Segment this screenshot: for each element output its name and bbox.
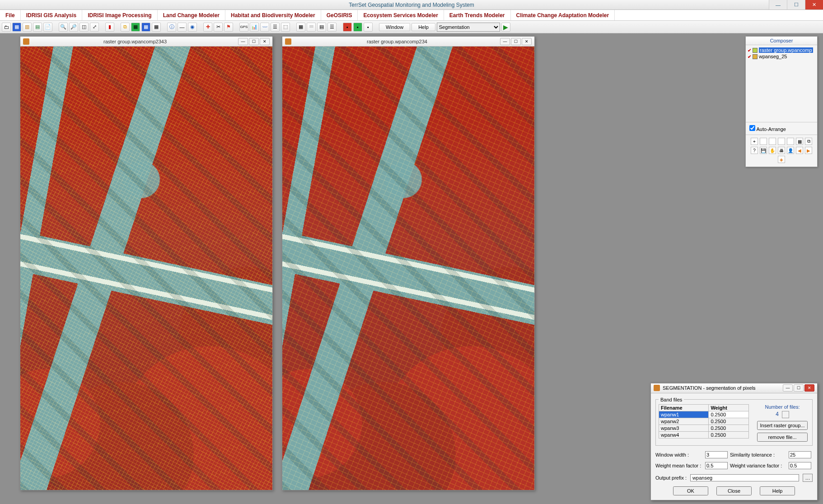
number-of-files-label: Number of files: — [755, 404, 809, 410]
output-prefix-input[interactable] — [690, 474, 799, 481]
tool-open-icon[interactable]: 📄 — [43, 23, 52, 32]
tool-hist-icon[interactable]: ⬚ — [281, 23, 290, 32]
number-of-files-stepper[interactable] — [782, 411, 789, 418]
composer-add-layer-icon[interactable]: + — [751, 138, 758, 145]
toolbar-run-button[interactable]: ▶ — [501, 23, 510, 32]
raster-window-2-close[interactable]: ✕ — [522, 38, 532, 45]
raster-window-2-titlebar[interactable]: raster group.wpancomp234 — ☐ ✕ — [282, 37, 534, 47]
composer-tool-save-icon[interactable]: 💾 — [760, 147, 767, 154]
tool-gps-icon[interactable]: GPS — [239, 23, 248, 32]
composer-tool-cyan-icon[interactable] — [760, 138, 767, 145]
auto-arrange-checkbox[interactable] — [749, 125, 755, 131]
tool-table-b-icon[interactable]: 𝄘 — [307, 23, 316, 32]
insert-raster-group-button[interactable]: Insert raster group... — [757, 421, 808, 430]
tool-chart-icon[interactable]: 📊 — [250, 23, 259, 32]
tool-palette-a-icon[interactable]: ▪ — [343, 23, 352, 32]
tool-explorer-icon[interactable]: 🗀 — [2, 23, 11, 32]
tool-legend-icon[interactable]: ☰ — [327, 23, 337, 32]
composer-layer-item[interactable]: ✔ raster group.wpancomp — [748, 47, 815, 53]
tool-layers-icon[interactable]: ▤ — [33, 23, 42, 32]
tool-palette-c-icon[interactable]: ▪ — [364, 23, 373, 32]
close-button[interactable]: Close — [716, 486, 752, 495]
raster-window-1-titlebar[interactable]: raster group.wpancomp2343 — ☐ ✕ — [20, 37, 272, 47]
remove-file-button[interactable]: remove file... — [757, 433, 808, 442]
menu-climate[interactable]: Climate Change Adaptation Modeler — [511, 10, 615, 20]
tool-pan-first-icon[interactable]: ⧉ — [121, 23, 130, 32]
tool-info-icon[interactable]: ⓘ — [167, 23, 176, 32]
tool-table-a-icon[interactable]: ▦ — [296, 23, 305, 32]
segmentation-dialog-titlebar[interactable]: SEGMENTATION - segmentation of pixels — … — [651, 383, 817, 393]
band-files-table[interactable]: Filename Weight wpanw1 0.2500 wpanw2 0.2… — [659, 404, 749, 439]
help-button[interactable]: Help — [760, 486, 795, 495]
composer-tool-center-icon[interactable]: ◈ — [778, 156, 785, 163]
tool-full-extent-icon[interactable]: ⤢ — [90, 23, 99, 32]
tool-pointer-icon[interactable]: ▮ — [105, 23, 114, 32]
menu-earth-trends[interactable]: Earth Trends Modeler — [444, 10, 511, 20]
ok-button[interactable]: OK — [673, 486, 708, 495]
menu-file[interactable]: File — [0, 10, 21, 20]
tool-collection-icon[interactable]: ▥ — [23, 23, 32, 32]
composer-tool-grid-icon[interactable]: ▦ — [796, 138, 803, 145]
segmentation-dialog-close[interactable]: ✕ — [804, 384, 814, 392]
toolbar-window-menu[interactable]: Window — [379, 23, 410, 31]
table-row[interactable]: wpanw4 0.2500 — [659, 431, 749, 438]
tool-grid-b-icon[interactable]: ▦ — [141, 23, 150, 32]
raster-window-2-minimize[interactable]: — — [500, 38, 510, 45]
composer-tool-print-icon[interactable]: 🖶 — [778, 147, 785, 154]
tool-grid-c-icon[interactable]: ▦ — [152, 23, 161, 32]
segmentation-dialog-minimize[interactable]: — — [783, 384, 793, 392]
tool-zoom-in-icon[interactable]: 🔍 — [59, 23, 68, 32]
tool-plus-icon[interactable]: ✚ — [203, 23, 212, 32]
tool-zoom-out-icon[interactable]: 🔎 — [69, 23, 78, 32]
table-row[interactable]: wpanw2 0.2500 — [659, 418, 749, 425]
menu-land-change[interactable]: Land Change Modeler — [158, 10, 225, 20]
raster-window-1-minimize[interactable]: — — [238, 38, 248, 45]
tool-zoom-window-icon[interactable]: ◫ — [79, 23, 89, 32]
composer-tool-left-icon[interactable]: ◀ — [796, 147, 803, 154]
window-width-input[interactable] — [705, 451, 728, 458]
table-row[interactable]: wpanw3 0.2500 — [659, 425, 749, 431]
composer-tool-lime-icon[interactable] — [778, 138, 785, 145]
tool-palette-b-icon[interactable]: ▪ — [353, 23, 362, 32]
similarity-tolerance-label: Similarity tolerance : — [730, 452, 789, 457]
composer-tool-hand-icon[interactable]: ✋ — [769, 147, 776, 154]
raster-window-2-viewport[interactable] — [282, 47, 534, 490]
raster-window-1-close[interactable]: ✕ — [260, 38, 270, 45]
composer-tool-person-icon[interactable]: 👤 — [787, 147, 794, 154]
tool-display-icon[interactable]: ▦ — [12, 23, 21, 32]
tool-cut-icon[interactable]: ✂ — [214, 23, 223, 32]
tool-stack-icon[interactable]: ☰ — [271, 23, 280, 32]
composer-tool-copy-icon[interactable]: ⧉ — [805, 138, 812, 145]
toolbar-module-select[interactable]: Segmentation — [437, 23, 500, 32]
output-prefix-browse-button[interactable]: … — [803, 474, 813, 482]
tool-grid-a-icon[interactable]: ▦ — [131, 23, 140, 32]
tool-target-icon[interactable]: ◉ — [188, 23, 197, 32]
window-maximize-button[interactable]: ☐ — [787, 0, 805, 9]
composer-tool-red-icon[interactable] — [769, 138, 776, 145]
composer-tool-blue-icon[interactable] — [787, 138, 794, 145]
table-row[interactable]: wpanw1 0.2500 — [659, 411, 749, 418]
raster-window-1-viewport[interactable] — [20, 47, 272, 490]
menu-idrisi-image[interactable]: IDRISI Image Processing — [82, 10, 157, 20]
composer-tool-right-icon[interactable]: ▶ — [805, 147, 812, 154]
segmentation-dialog-maximize[interactable]: ☐ — [794, 384, 804, 392]
auto-arrange-checkbox-label[interactable]: Auto-Arrange — [749, 126, 786, 132]
menu-idrisi-gis[interactable]: IDRISI GIS Analysis — [21, 10, 83, 20]
tool-table-c-icon[interactable]: ▤ — [317, 23, 326, 32]
window-minimize-button[interactable]: — — [769, 0, 787, 9]
raster-window-2-maximize[interactable]: ☐ — [511, 38, 521, 45]
tool-dash-icon[interactable]: — — [178, 23, 187, 32]
menu-ecosystem[interactable]: Ecosystem Services Modeler — [358, 10, 444, 20]
tool-flag-icon[interactable]: ⚑ — [224, 23, 233, 32]
toolbar-help-menu[interactable]: Help — [412, 23, 435, 31]
weight-mean-input[interactable] — [705, 462, 728, 469]
tool-wave-icon[interactable]: 〰 — [260, 23, 269, 32]
similarity-tolerance-input[interactable] — [789, 451, 811, 458]
composer-tool-query-icon[interactable]: ? — [751, 147, 758, 154]
menu-geosiris[interactable]: GeOSIRIS — [321, 10, 358, 20]
window-close-button[interactable]: ✕ — [805, 0, 823, 9]
weight-variance-input[interactable] — [789, 462, 811, 469]
raster-window-1-maximize[interactable]: ☐ — [249, 38, 259, 45]
menu-habitat[interactable]: Habitat and Biodiversity Modeler — [225, 10, 321, 20]
composer-layer-item[interactable]: ✔ wpanseg_25 — [748, 53, 815, 60]
